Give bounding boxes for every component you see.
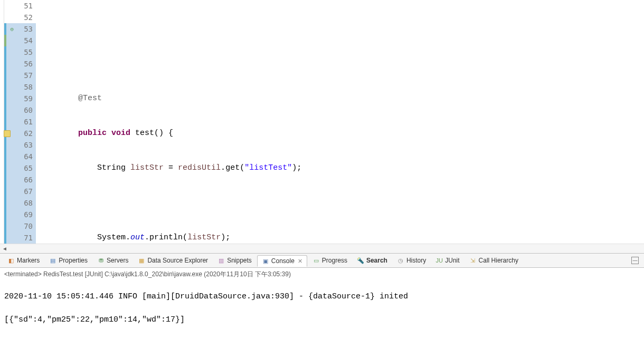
tab-data-source-explorer[interactable]: ▦Data Source Explorer: [134, 255, 212, 266]
dse-icon: ▦: [138, 257, 145, 264]
tab-history[interactable]: ◷History: [393, 255, 430, 266]
tabs-actions: ―: [631, 257, 641, 264]
tab-search[interactable]: 🔦Search: [353, 255, 392, 266]
line-num: 56: [4, 58, 36, 70]
code-line: @Test: [36, 93, 644, 104]
tab-label: Call Hierarchy: [479, 257, 518, 264]
line-num: 69: [4, 209, 36, 220]
code-line: String listStr = redisUtil.get("listTest…: [36, 162, 644, 174]
snippets-icon: ▥: [217, 257, 225, 264]
minimize-icon[interactable]: ―: [631, 257, 639, 264]
line-num: 60: [4, 104, 36, 116]
line-num: 70: [4, 220, 36, 232]
console-output[interactable]: 2020-11-10 15:05:41.446 INFO [main][Drui…: [0, 279, 644, 339]
line-num: 53: [4, 23, 36, 35]
tab-progress[interactable]: ▭Progress: [308, 255, 352, 266]
line-num: 71: [4, 232, 36, 244]
line-num: 54: [4, 35, 36, 46]
console-status: <terminated> RedisTest.test [JUnit] C:\j…: [0, 269, 644, 279]
console-icon: ▣: [262, 257, 269, 265]
horizontal-scrollbar[interactable]: ◄: [0, 244, 644, 253]
tab-label: Servers: [107, 257, 128, 264]
call-hierarchy-icon: ⇲: [469, 257, 477, 264]
tab-label: Properties: [59, 257, 88, 264]
scroll-left-icon[interactable]: ◄: [0, 245, 10, 253]
line-number-gutter[interactable]: 51 52 53 54 55 56 57 58 59 60 61 62 63 6…: [4, 0, 36, 244]
console-line: 2020-11-10 15:05:41.446 INFO [main][Drui…: [4, 291, 640, 303]
line-num: 61: [4, 116, 36, 128]
source-code[interactable]: @Test public void test() { String listSt…: [36, 0, 644, 244]
line-num: 62: [4, 128, 36, 139]
line-num: 65: [4, 162, 36, 174]
line-num: 51: [4, 0, 36, 12]
tab-label: JUnit: [445, 257, 459, 264]
code-line: [36, 58, 644, 70]
line-num: 58: [4, 81, 36, 93]
marker-bar: [0, 0, 4, 244]
code-line: [36, 23, 644, 35]
code-editor[interactable]: 51 52 53 54 55 56 57 58 59 60 61 62 63 6…: [0, 0, 644, 244]
tab-call-hierarchy[interactable]: ⇲Call Hierarchy: [465, 255, 523, 266]
line-num: 57: [4, 70, 36, 81]
tab-servers[interactable]: ⛃Servers: [93, 255, 132, 266]
tab-properties[interactable]: ▤Properties: [45, 255, 92, 266]
line-num: 52: [4, 12, 36, 23]
tab-markers[interactable]: ◧Markers: [3, 255, 44, 266]
code-line: public void test() {: [36, 128, 644, 139]
tab-junit[interactable]: JUJUnit: [431, 255, 463, 266]
junit-icon: JU: [435, 257, 443, 264]
tab-label: Progress: [322, 257, 347, 264]
line-num: 63: [4, 139, 36, 151]
search-icon: 🔦: [357, 257, 364, 264]
tab-snippets[interactable]: ▥Snippets: [213, 255, 256, 266]
progress-icon: ▭: [312, 257, 320, 264]
close-icon[interactable]: ✕: [298, 258, 302, 265]
tab-label: Markers: [17, 257, 40, 264]
code-line: [36, 197, 644, 209]
line-num: 66: [4, 174, 36, 186]
history-icon: ◷: [397, 257, 404, 264]
line-num: 67: [4, 186, 36, 197]
line-num: 68: [4, 197, 36, 209]
code-line: System.out.println(listStr);: [36, 232, 644, 244]
properties-icon: ▤: [49, 257, 56, 264]
line-num: 64: [4, 151, 36, 162]
tab-label: Snippets: [227, 257, 252, 264]
line-num: 59: [4, 93, 36, 104]
servers-icon: ⛃: [97, 257, 105, 264]
tab-label: Search: [366, 257, 387, 264]
tab-console[interactable]: ▣Console✕: [257, 255, 307, 267]
console-line: [{"sd":4,"pm25":22,"pm10":14,"wd":17}]: [4, 314, 640, 326]
line-num: 55: [4, 46, 36, 58]
tab-label: Console: [271, 257, 295, 265]
tab-label: Data Source Explorer: [147, 257, 208, 264]
tab-label: History: [406, 257, 426, 264]
markers-icon: ◧: [7, 257, 15, 264]
views-tab-bar: ◧Markers ▤Properties ⛃Servers ▦Data Sour…: [0, 253, 644, 268]
